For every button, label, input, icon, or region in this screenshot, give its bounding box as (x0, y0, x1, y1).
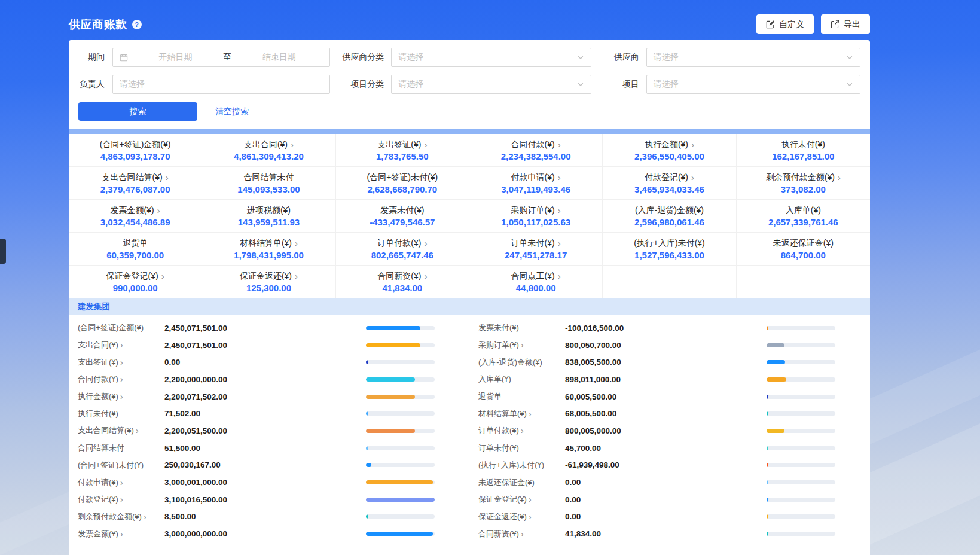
metric-label[interactable]: 合同付款(¥)› (78, 374, 123, 385)
metric-label: 执行金额(¥)› (645, 139, 694, 150)
edit-icon (766, 20, 775, 29)
summary-cell[interactable]: 支出合同结算(¥)›2,379,476,087.00 (69, 167, 202, 200)
summary-cell[interactable]: 合同薪资(¥)›41,834.00 (336, 266, 469, 298)
metric-value: 41,834.00 (565, 529, 601, 538)
metric-value: 145,093,533.00 (237, 184, 300, 194)
summary-cell[interactable]: 付款申请(¥)›3,047,119,493.46 (469, 167, 603, 200)
help-icon[interactable]: ? (132, 20, 142, 29)
metric-bar-fill (767, 326, 768, 330)
supplier-category-select[interactable]: 请选择 (391, 48, 591, 67)
chevron-right-icon: › (291, 139, 294, 150)
metric-bar (366, 411, 435, 416)
metric-bar-fill (366, 395, 415, 399)
metric-value: 8,500.00 (164, 512, 196, 521)
metric-label[interactable]: 采购订单(¥)› (478, 340, 524, 350)
summary-cell[interactable]: 付款登记(¥)›3,465,934,033.46 (603, 167, 736, 200)
metric-label[interactable]: 发票金额(¥)› (78, 529, 123, 539)
metric-bar-fill (366, 514, 368, 519)
metric-value: 3,032,454,486.89 (100, 217, 170, 227)
metric-bar (366, 377, 435, 382)
summary-cell[interactable]: 剩余预付款金额(¥)›373,082.00 (737, 167, 870, 200)
metric-label: (合同+签证)金额(¥) (100, 139, 171, 150)
metric-label[interactable]: 付款申请(¥)› (78, 477, 123, 488)
date-to-label: 至 (223, 52, 231, 63)
chevron-right-icon: › (558, 205, 561, 215)
summary-cell[interactable]: 订单付款(¥)›802,665,747.46 (336, 233, 469, 266)
metric-label: 付款申请(¥)› (511, 172, 561, 183)
metric-bar (767, 395, 835, 399)
chevron-right-icon: › (521, 529, 524, 539)
metric-value: 4,863,093,178.70 (100, 151, 170, 161)
summary-cell[interactable]: 支出合同(¥)›4,861,309,413.20 (202, 134, 335, 167)
clear-search-link[interactable]: 清空搜索 (215, 106, 249, 117)
metric-label[interactable]: 支出签证(¥)› (78, 357, 123, 368)
owner-select[interactable]: 请选择 (112, 75, 330, 94)
supplier-select[interactable]: 请选择 (646, 48, 860, 67)
customize-button[interactable]: 自定义 (756, 14, 814, 34)
summary-cell: 进项税额(¥)143,959,511.93 (202, 200, 335, 233)
metric-label[interactable]: 保证金登记(¥)› (478, 494, 532, 505)
metric-label: 发票金额(¥)› (111, 205, 160, 216)
project-category-select[interactable]: 请选择 (391, 75, 591, 94)
metric-bar (767, 532, 835, 536)
metric-label: 发票未付(¥) (380, 205, 424, 216)
summary-cell[interactable]: 材料结算单(¥)›1,798,431,995.00 (202, 233, 335, 266)
project-placeholder: 请选择 (654, 79, 679, 90)
summary-cell[interactable]: 采购订单(¥)›1,050,117,025.63 (469, 200, 603, 233)
export-button[interactable]: 导出 (821, 14, 870, 34)
summary-cell[interactable]: 保证金返还(¥)›125,300.00 (202, 266, 335, 298)
end-date-input[interactable]: 结束日期 (235, 52, 323, 63)
metric-label[interactable]: 付款登记(¥)› (78, 494, 123, 505)
project-category-placeholder: 请选择 (398, 79, 423, 90)
summary-cell: (入库-退货)金额(¥)2,596,980,061.46 (603, 200, 736, 233)
metric-value: 2,200,071,502.00 (164, 392, 227, 401)
metric-label[interactable]: 合同薪资(¥)› (478, 529, 524, 539)
metric-label[interactable]: 订单付款(¥)› (478, 425, 524, 436)
metric-label[interactable]: 支出合同(¥)› (78, 340, 123, 350)
metric-bar-fill (366, 463, 371, 467)
date-range-input[interactable]: 开始日期 至 结束日期 (112, 48, 330, 67)
metric-value: 2,200,000,000.00 (164, 375, 227, 384)
metric-value: 125,300.00 (246, 283, 291, 293)
summary-cell[interactable]: 订单未付(¥)›247,451,278.17 (469, 233, 603, 266)
metric-label[interactable]: 支出合同结算(¥)› (78, 425, 139, 436)
summary-cell[interactable]: 支出签证(¥)›1,783,765.50 (336, 134, 469, 167)
metric-bar (366, 498, 435, 502)
group-metric-row: 支出签证(¥)›0.00 (78, 353, 469, 371)
metric-label: 支出合同(¥)› (244, 139, 294, 150)
group-metric-row: 剩余预付款金额(¥)›8,500.00 (78, 508, 469, 526)
group-metric-row: 付款登记(¥)›3,100,016,500.00 (78, 491, 469, 508)
metric-bar (366, 326, 435, 330)
project-select[interactable]: 请选择 (646, 75, 860, 94)
group-metric-row: 执行未付(¥)71,502.00 (78, 405, 469, 422)
summary-cell: 未返还保证金(¥)864,700.00 (737, 233, 870, 266)
summary-cell[interactable]: 合同付款(¥)›2,234,382,554.00 (469, 134, 603, 167)
group-metric-row: (合同+签证)金额(¥)2,450,071,501.00 (78, 319, 469, 337)
metric-label[interactable]: 执行金额(¥)› (78, 391, 123, 402)
metric-label: (执行+入库)未付(¥) (478, 460, 544, 471)
metric-label[interactable]: 剩余预付款金额(¥)› (78, 511, 146, 522)
metric-bar (366, 532, 435, 536)
start-date-input[interactable]: 开始日期 (132, 52, 219, 63)
metric-value: 2,450,071,501.00 (164, 341, 227, 350)
metric-value: 0.00 (565, 512, 581, 521)
metric-label[interactable]: 材料结算单(¥)› (478, 408, 532, 419)
summary-cell[interactable]: 保证金登记(¥)›990,000.00 (69, 266, 202, 298)
summary-cell[interactable]: 执行金额(¥)›2,396,550,405.00 (603, 134, 736, 167)
search-button[interactable]: 搜索 (78, 102, 197, 121)
group-metric-row: 订单付款(¥)›800,005,000.00 (478, 422, 870, 440)
chevron-right-icon: › (424, 238, 427, 248)
group-name[interactable]: 建发集团 (78, 301, 110, 312)
page-header: 供应商账款 ? 自定义 导出 (69, 11, 870, 38)
metric-bar-fill (366, 326, 420, 330)
customize-label: 自定义 (779, 19, 804, 30)
group-metric-row: (执行+入库)未付(¥)-61,939,498.00 (478, 457, 870, 474)
summary-cell[interactable]: 发票金额(¥)›3,032,454,486.89 (69, 200, 202, 233)
chevron-right-icon: › (529, 409, 532, 419)
summary-cell[interactable]: 合同点工(¥)›44,800.00 (469, 266, 603, 298)
metric-bar (767, 360, 835, 364)
side-drawer-handle[interactable] (0, 239, 6, 264)
metric-label: 支出签证(¥)› (377, 139, 427, 150)
metric-label[interactable]: 保证金返还(¥)› (478, 511, 532, 522)
metric-value: 71,502.00 (164, 409, 200, 418)
